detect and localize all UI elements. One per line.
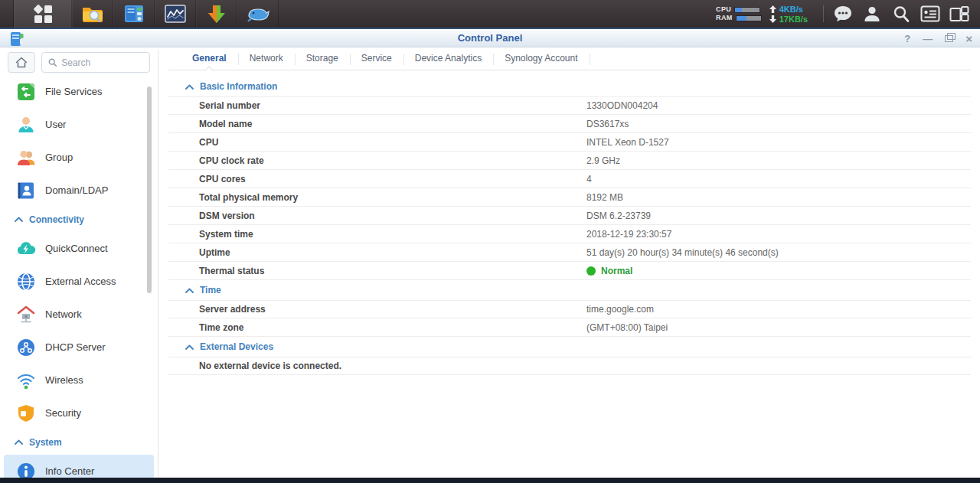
sidebar-item-network[interactable]: Network xyxy=(4,298,154,331)
tab-synology-account[interactable]: Synology Account xyxy=(493,53,589,70)
sidebar-section-label: Connectivity xyxy=(29,214,84,225)
sidebar-item-user[interactable]: User xyxy=(4,108,154,141)
sidebar-section-label: System xyxy=(29,437,62,448)
dhcp-server-icon xyxy=(16,338,36,357)
home-button[interactable] xyxy=(8,52,35,73)
download-arrow-icon xyxy=(769,15,776,23)
sidebar-item-external-access[interactable]: External Access xyxy=(4,265,154,298)
notifications-button[interactable] xyxy=(828,0,858,28)
sidebar-item-dhcp-server[interactable]: DHCP Server xyxy=(4,331,154,364)
window-app-icon xyxy=(9,31,24,47)
sidebar-search[interactable] xyxy=(41,52,150,73)
taskbar-app-resource-monitor[interactable] xyxy=(155,0,196,28)
ram-meter xyxy=(736,15,762,21)
info-row-no-external-device: No external device is connected. xyxy=(168,357,971,375)
sidebar-item-group[interactable]: Group xyxy=(4,141,154,174)
sidebar-item-label: Wireless xyxy=(45,374,83,386)
chevron-up-icon xyxy=(185,288,194,293)
security-shield-icon xyxy=(16,403,36,423)
group-icon xyxy=(16,148,36,168)
sidebar: File Services User xyxy=(0,50,158,483)
info-row-system-time: System time 2018-12-19 23:30:57 xyxy=(168,225,971,243)
download-station-icon xyxy=(207,4,227,24)
sidebar-item-wireless[interactable]: Wireless xyxy=(4,364,154,397)
search-icon xyxy=(892,5,910,23)
sidebar-item-file-services[interactable]: File Services xyxy=(4,75,154,108)
tab-bar: General Network Storage Service Device A… xyxy=(168,50,971,70)
status-dot xyxy=(586,266,596,276)
sidebar-item-label: Domain/LDAP xyxy=(45,184,108,196)
resource-monitor-icon xyxy=(165,5,186,23)
sidebar-section-system[interactable]: System xyxy=(0,429,158,455)
window-titlebar[interactable]: Control Panel ? — × xyxy=(0,28,980,47)
sidebar-item-quickconnect[interactable]: QuickConnect xyxy=(4,232,154,265)
chevron-up-icon xyxy=(185,344,194,350)
network-icon xyxy=(16,305,36,325)
section-title: External Devices xyxy=(200,341,273,352)
info-row-cpu-cores: CPU cores 4 xyxy=(168,170,971,188)
section-basic-information[interactable]: Basic Information xyxy=(168,77,971,96)
taskbar-tray: CPU RAM 4KB/s 17KB/s xyxy=(716,0,980,28)
chevron-up-icon xyxy=(15,439,23,445)
section-title: Time xyxy=(200,285,221,295)
sidebar-item-label: Security xyxy=(45,407,81,419)
status-badge: Normal xyxy=(601,266,632,276)
main-menu-button[interactable] xyxy=(14,0,72,28)
info-row-dsm-version: DSM version DSM 6.2-23739 xyxy=(168,207,971,225)
control-panel-icon xyxy=(124,5,144,23)
restore-button[interactable] xyxy=(945,35,953,42)
screen-bottom-edge xyxy=(0,478,980,483)
cpu-meter xyxy=(734,7,760,13)
info-row-total-physical-memory: Total physical memory 8192 MB xyxy=(168,188,971,207)
domain-ldap-icon xyxy=(16,181,36,201)
taskbar-app-download-station[interactable] xyxy=(196,0,237,28)
taskbar-app-docker[interactable] xyxy=(237,0,279,28)
taskbar-edge xyxy=(0,0,14,28)
sidebar-item-label: File Services xyxy=(45,86,102,97)
upload-arrow-icon xyxy=(769,5,776,13)
network-speeds[interactable]: 4KB/s 17KB/s xyxy=(769,5,808,24)
help-button[interactable]: ? xyxy=(904,34,910,44)
search-button[interactable] xyxy=(887,0,916,28)
close-button[interactable]: × xyxy=(965,33,972,44)
sidebar-item-label: DHCP Server xyxy=(45,341,106,353)
tab-service[interactable]: Service xyxy=(350,53,403,70)
user-menu-button[interactable] xyxy=(858,0,887,28)
chevron-up-icon xyxy=(15,217,23,222)
tab-storage[interactable]: Storage xyxy=(295,53,350,70)
tab-device-analytics[interactable]: Device Analytics xyxy=(403,53,493,70)
sidebar-list: File Services User xyxy=(0,75,158,483)
search-input[interactable] xyxy=(61,57,143,68)
tab-general[interactable]: General xyxy=(181,53,238,70)
window-title: Control Panel xyxy=(0,32,980,44)
section-external-devices[interactable]: External Devices xyxy=(168,337,971,357)
widgets-card-icon xyxy=(920,5,940,22)
info-row-time-zone: Time zone (GMT+08:00) Taipei xyxy=(168,318,971,337)
pilot-view-button[interactable] xyxy=(945,0,974,28)
widgets-button[interactable] xyxy=(916,0,945,28)
info-row-uptime: Uptime 51 day(s) 20 hour(s) 34 minute(s)… xyxy=(168,243,971,262)
wireless-icon xyxy=(16,370,36,390)
pilot-view-icon xyxy=(949,5,969,22)
tab-network[interactable]: Network xyxy=(238,53,295,70)
info-row-server-address: Server address time.google.com xyxy=(168,300,971,318)
sidebar-item-domain-ldap[interactable]: Domain/LDAP xyxy=(4,174,154,207)
taskbar-app-file-station[interactable] xyxy=(72,0,113,28)
sidebar-item-label: Group xyxy=(45,152,73,163)
sidebar-item-label: External Access xyxy=(45,276,116,287)
tray-separator xyxy=(823,5,824,22)
docker-whale-icon xyxy=(247,5,270,22)
user-silhouette-icon xyxy=(863,5,881,23)
section-time[interactable]: Time xyxy=(168,280,971,300)
taskbar-app-control-panel[interactable] xyxy=(113,0,155,28)
home-icon xyxy=(15,57,28,68)
system-meters[interactable]: CPU RAM xyxy=(716,6,762,21)
taskbar: CPU RAM 4KB/s 17KB/s xyxy=(0,0,980,28)
sidebar-item-security[interactable]: Security xyxy=(4,397,154,429)
sidebar-section-connectivity[interactable]: Connectivity xyxy=(0,207,158,232)
sidebar-scrollbar[interactable] xyxy=(147,86,152,293)
cpu-label: CPU xyxy=(716,6,731,13)
minimize-button[interactable]: — xyxy=(923,34,933,44)
control-panel-window: Control Panel ? — × xyxy=(0,28,980,483)
sidebar-item-label: User xyxy=(45,119,66,130)
